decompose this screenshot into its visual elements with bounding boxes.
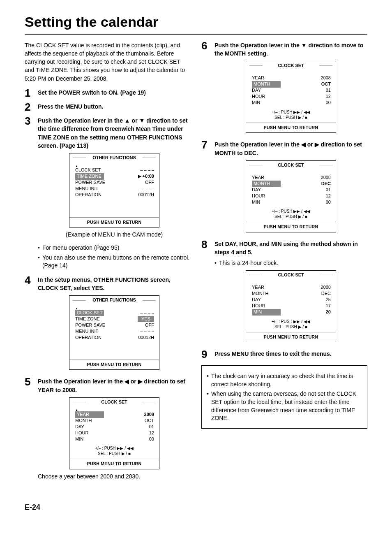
hint-line: +/– : PUSH ▶▶ / ◀◀ [246, 319, 336, 324]
step-7-title: Push the Operation lever in the ◀ or ▶ d… [214, 140, 367, 157]
step-7-mid: or [306, 141, 315, 148]
row-value: 01 [149, 424, 154, 430]
page-number: E-24 [25, 502, 367, 513]
screen-row: OPERATION00012H [75, 192, 154, 198]
note-text: When using the camera overseas, do not s… [211, 390, 362, 422]
row-value: OCT [321, 81, 331, 87]
page-title: Setting the calendar [25, 12, 367, 35]
screen-clock-set-4: CLOCK SET YEAR2008 MONTHDEC DAY25 HOUR17… [246, 270, 336, 342]
step-5-mid: or [129, 378, 138, 385]
row-label: MENU INIT [75, 328, 98, 334]
step-2: 2 Press the MENU button. [25, 102, 191, 112]
hint-line: +/– : PUSH ▶▶ / ◀◀ [69, 446, 159, 451]
screen-title: CLOCK SET [246, 271, 336, 279]
step-number: 2 [25, 102, 38, 112]
screen-title: CLOCK SET [69, 398, 159, 406]
row-value: 2008 [144, 411, 154, 418]
row-value: 00 [326, 199, 331, 205]
step-6-title: Push the Operation lever in the ▼ direct… [214, 41, 367, 58]
row-value: DEC [321, 181, 331, 187]
row-label: MIN [252, 100, 260, 106]
row-label-highlight: CLOCK SET [75, 310, 104, 316]
screen-title: CLOCK SET [246, 61, 336, 70]
screen-row: MONTHDEC [252, 181, 331, 187]
step-number: 1 [25, 88, 38, 98]
row-label: HOUR [252, 193, 265, 199]
row-value: DEC [321, 290, 331, 297]
step-4: 4 In the setup menus, OTHER FUNCTIONS sc… [25, 276, 191, 374]
row-label: DAY [75, 424, 84, 430]
right-column: 6 Push the Operation lever in the ▼ dire… [201, 41, 367, 490]
bullet-item: For menu operation (Page 95) [38, 244, 191, 252]
up-icon: ▲ [125, 117, 130, 124]
right-icon: ▶ [138, 378, 143, 385]
screen-other-functions-1: OTHER FUNCTIONS CLOCK SET– – – – TIME ZO… [69, 153, 159, 227]
row-label: HOUR [75, 430, 88, 436]
bullet-text: You can also use the menu buttons on the… [42, 254, 191, 270]
screen-row: YEAR2008 [252, 75, 331, 81]
row-value: – – – – [140, 328, 154, 334]
hint-line: SEL : PUSH ▶ / ■ [69, 451, 159, 456]
screen-row: MENU INIT– – – – [75, 186, 154, 192]
row-label: POWER SAVE [75, 322, 105, 328]
screen-row: HOUR12 [75, 430, 154, 436]
screen-clock-set-1: CLOCK SET YEAR2008 MONTHOCT DAY01 HOUR12… [69, 397, 159, 469]
screen-clock-set-2: CLOCK SET YEAR2008 MONTHOCT DAY01 HOUR12… [246, 61, 336, 133]
row-value: 01 [326, 187, 331, 193]
bullet-text: For menu operation (Page 95) [42, 244, 120, 252]
step-8-title: Set DAY, HOUR, and MIN using the method … [214, 240, 367, 257]
step-5-title: Push the Operation lever in the ◀ or ▶ d… [38, 377, 191, 394]
screen-row: YEAR2008 [252, 285, 331, 291]
screen-footer: PUSH MENU TO RETURN [246, 222, 336, 232]
row-value: 00012H [138, 334, 154, 341]
screen-footer: PUSH MENU TO RETURN [69, 459, 159, 469]
row-value: OFF [145, 322, 154, 328]
step-number: 4 [25, 275, 38, 285]
row-value: 12 [149, 430, 154, 436]
screen-footer: PUSH MENU TO RETURN [246, 332, 336, 342]
row-value: 2008 [321, 75, 331, 81]
row-label: TIME ZONE [75, 316, 100, 322]
step-number: 6 [201, 40, 214, 51]
step-1-title: Set the POWER switch to ON. (Page 19) [38, 88, 191, 97]
row-label: MENU INIT [75, 186, 98, 192]
screen-row: MIN00 [252, 100, 331, 106]
step-9: 9 Press MENU three times to exit the men… [201, 350, 367, 360]
step-8: 8 Set DAY, HOUR, and MIN using the metho… [201, 240, 367, 346]
step-5: 5 Push the Operation lever in the ◀ or ▶… [25, 377, 191, 485]
screen-row: MONTHDEC [252, 291, 331, 297]
screen-row: TIME ZONE▶+0:00 [75, 174, 154, 180]
right-icon: ▶ [315, 141, 319, 148]
row-value: 20 [326, 309, 331, 315]
bullet-text: This is a 24-hour clock. [219, 259, 278, 267]
row-value-highlight: YES [138, 316, 154, 322]
left-column: The CLOCK SET value is recorded in the c… [25, 41, 191, 490]
step-2-title: Press the MENU button. [38, 102, 191, 111]
row-value: 12 [326, 193, 331, 199]
screen-footer: PUSH MENU TO RETURN [69, 218, 159, 227]
screen-title: OTHER FUNCTIONS [69, 296, 159, 304]
hint-line: SEL : PUSH ▶ / ■ [246, 324, 336, 330]
note-text: The clock can vary in accuracy so check … [211, 372, 362, 388]
row-label: MIN [252, 199, 260, 205]
screen-row: MIN00 [75, 436, 154, 442]
row-value: – – – – [140, 186, 154, 192]
step-3-pre: Push the Operation lever in the [38, 117, 125, 124]
screen-row: HOUR17 [252, 303, 331, 309]
step-3: 3 Push the Operation lever in the ▲ or ▼… [25, 116, 191, 272]
hint-line: SEL : PUSH ▶ / ■ [246, 115, 336, 120]
hint-line: +/– : PUSH ▶▶ / ◀◀ [246, 209, 336, 214]
screen-row: POWER SAVEOFF [75, 322, 154, 328]
step-7: 7 Push the Operation lever in the ◀ or ▶… [201, 140, 367, 236]
row-value: 17 [326, 303, 331, 309]
row-label-highlight: MONTH [252, 181, 281, 187]
row-value: 2008 [321, 174, 331, 181]
row-label-highlight: TIME ZONE [75, 173, 104, 179]
screen-row: CLOCK SET– – – – [75, 310, 154, 316]
screen-row: DAY01 [75, 424, 154, 430]
row-value: OCT [145, 418, 154, 424]
row-value: 00 [149, 436, 154, 442]
down-icon: ▼ [301, 42, 307, 49]
hint-line: +/– : PUSH ▶▶ / ◀◀ [246, 109, 336, 115]
row-value: 12 [326, 93, 331, 100]
